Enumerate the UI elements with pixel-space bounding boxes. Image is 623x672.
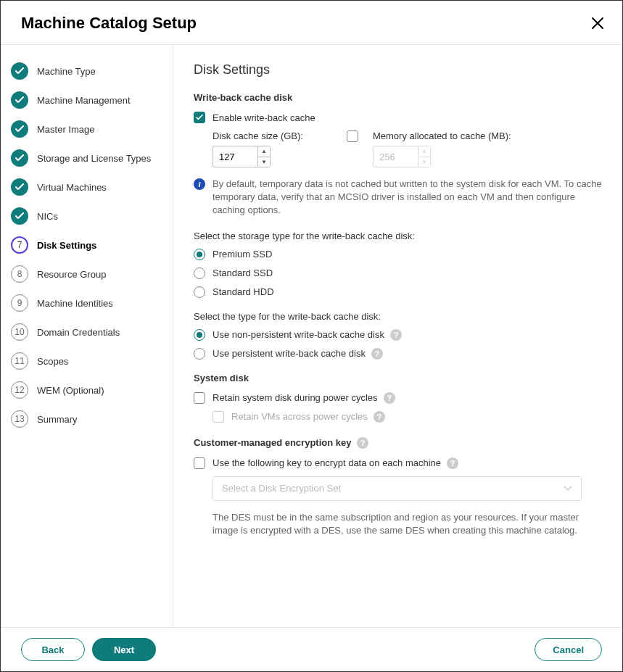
step-master-image[interactable]: Master Image	[11, 120, 164, 138]
radio-persistent[interactable]: Use persistent write-back cache disk ?	[194, 348, 602, 360]
step-label: Machine Type	[37, 66, 96, 77]
disk-type-label: Select the type for the write-back cache…	[194, 311, 602, 322]
step-resource-group[interactable]: 8 Resource Group	[11, 265, 164, 283]
radio-label: Use persistent write-back cache disk	[213, 348, 366, 359]
step-label: Storage and License Types	[37, 153, 151, 164]
radio-standard-hdd[interactable]: Standard HDD	[194, 286, 602, 298]
des-note: The DES must be in the same subscription…	[213, 511, 587, 539]
step-machine-type[interactable]: Machine Type	[11, 62, 164, 80]
page-title: Machine Catalog Setup	[21, 14, 197, 33]
check-icon	[11, 62, 28, 80]
check-icon	[11, 120, 28, 138]
step-label: Summary	[37, 414, 78, 425]
disk-cache-label: Disk cache size (GB):	[213, 130, 303, 141]
next-button[interactable]: Next	[92, 638, 156, 661]
step-number: 11	[11, 352, 28, 370]
help-icon[interactable]: ?	[371, 348, 383, 360]
info-icon: i	[194, 178, 205, 190]
back-button[interactable]: Back	[21, 638, 85, 661]
disk-cache-input[interactable]	[213, 146, 257, 167]
cancel-button[interactable]: Cancel	[535, 638, 602, 661]
retain-vms-checkbox	[213, 411, 224, 423]
radio-icon	[194, 267, 205, 279]
step-storage-license[interactable]: Storage and License Types	[11, 149, 164, 167]
step-label: Machine Identities	[37, 298, 113, 309]
radio-label: Premium SSD	[213, 249, 272, 260]
enable-wbc-label: Enable write-back cache	[213, 112, 315, 123]
help-icon[interactable]: ?	[357, 437, 368, 449]
retain-system-label: Retain system disk during power cycles	[213, 392, 378, 403]
radio-standard-ssd[interactable]: Standard SSD	[194, 267, 602, 279]
close-icon[interactable]	[590, 16, 605, 30]
step-wem[interactable]: 12 WEM (Optional)	[11, 381, 164, 399]
enable-wbc-checkbox[interactable]	[194, 112, 205, 123]
help-icon[interactable]: ?	[384, 392, 395, 404]
step-number: 9	[11, 294, 28, 312]
step-disk-settings[interactable]: 7 Disk Settings	[11, 236, 164, 254]
panel-heading: Disk Settings	[194, 62, 602, 78]
step-label: Domain Credentials	[37, 327, 120, 338]
system-disk-section-title: System disk	[194, 373, 602, 383]
help-icon[interactable]: ?	[390, 329, 402, 341]
mem-cache-checkbox[interactable]	[347, 130, 358, 142]
mem-cache-label: Memory allocated to cache (MB):	[373, 130, 511, 141]
step-label: Resource Group	[37, 269, 106, 280]
info-text: By default, temporary data is not cached…	[213, 178, 602, 217]
step-label: Scopes	[37, 356, 68, 367]
step-label: WEM (Optional)	[37, 385, 104, 396]
radio-icon	[194, 348, 205, 360]
des-placeholder: Select a Disk Encryption Set	[222, 483, 341, 494]
step-summary[interactable]: 13 Summary	[11, 410, 164, 428]
step-domain-credentials[interactable]: 10 Domain Credentials	[11, 323, 164, 341]
step-virtual-machines[interactable]: Virtual Machines	[11, 178, 164, 196]
use-key-label: Use the following key to encrypt data on…	[213, 457, 441, 468]
disk-cache-up-icon[interactable]: ▲	[258, 146, 270, 157]
step-label: Machine Management	[37, 95, 131, 106]
check-icon	[11, 149, 28, 167]
step-number: 12	[11, 381, 28, 399]
step-number: 10	[11, 323, 28, 341]
step-label: NICs	[37, 211, 58, 222]
check-icon	[11, 207, 28, 225]
radio-label: Use non-persistent write-back cache disk	[213, 329, 384, 340]
mem-cache-down-icon: ▼	[418, 157, 430, 167]
help-icon[interactable]: ?	[447, 457, 458, 469]
step-machine-management[interactable]: Machine Management	[11, 91, 164, 109]
storage-type-label: Select the storage type for the write-ba…	[194, 231, 602, 241]
step-label: Disk Settings	[37, 240, 96, 251]
step-number: 8	[11, 265, 28, 283]
chevron-down-icon	[564, 483, 572, 494]
retain-system-checkbox[interactable]	[194, 392, 205, 404]
step-nics[interactable]: NICs	[11, 207, 164, 225]
radio-icon	[194, 329, 205, 341]
disk-cache-down-icon[interactable]: ▼	[258, 157, 270, 167]
main-panel: Disk Settings Write-back cache disk Enab…	[173, 45, 622, 627]
wbc-section-title: Write-back cache disk	[194, 92, 602, 103]
radio-nonpersistent[interactable]: Use non-persistent write-back cache disk…	[194, 329, 602, 341]
radio-icon	[194, 286, 205, 298]
des-select: Select a Disk Encryption Set	[213, 476, 582, 501]
cmek-title-text: Customer-managed encryption key	[194, 437, 351, 448]
radio-premium-ssd[interactable]: Premium SSD	[194, 249, 602, 260]
wizard-sidebar: Machine Type Machine Management Master I…	[1, 45, 173, 627]
step-label: Master Image	[37, 124, 94, 135]
step-number: 13	[11, 410, 28, 428]
use-key-checkbox[interactable]	[194, 457, 205, 469]
mem-cache-up-icon: ▲	[418, 146, 430, 157]
check-icon	[11, 91, 28, 109]
cmek-section-title: Customer-managed encryption key ?	[194, 437, 602, 449]
footer: Back Next Cancel	[1, 627, 622, 671]
retain-vms-label: Retain VMs across power cycles	[231, 411, 368, 422]
step-number: 7	[11, 236, 28, 254]
help-icon[interactable]: ?	[374, 411, 385, 423]
mem-cache-input	[373, 146, 418, 167]
check-icon	[11, 178, 28, 196]
radio-label: Standard SSD	[213, 267, 273, 278]
step-label: Virtual Machines	[37, 182, 107, 193]
radio-icon	[194, 249, 205, 260]
step-machine-identities[interactable]: 9 Machine Identities	[11, 294, 164, 312]
step-scopes[interactable]: 11 Scopes	[11, 352, 164, 370]
radio-label: Standard HDD	[213, 286, 274, 297]
